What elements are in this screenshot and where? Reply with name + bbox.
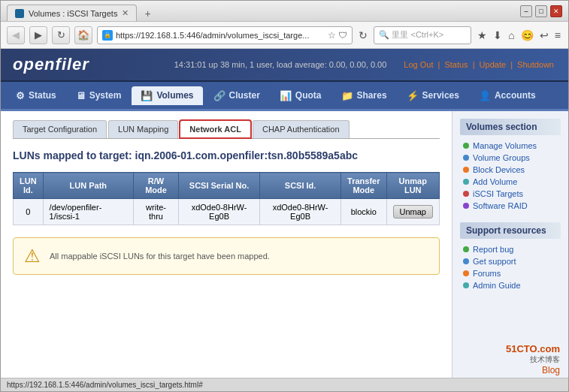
tab-favicon [15, 9, 24, 18]
target-heading: LUNs mapped to target: iqn.2006-01.com.o… [13, 149, 440, 161]
col-unmap-lun: UnmapLUN [386, 173, 439, 199]
nav-shares[interactable]: 📁 Shares [332, 86, 396, 105]
cell-lun-id: 0 [14, 199, 44, 225]
nav-volumes[interactable]: 💾 Volumes [132, 86, 202, 105]
sidebar-item-admin-guide[interactable]: Admin Guide [460, 279, 561, 291]
sidebar-item-forums[interactable]: Forums [460, 267, 561, 279]
tab-target-config-label: Target Configuration [23, 125, 97, 134]
col-scsi-id: SCSI Id. [260, 173, 341, 199]
close-button[interactable]: ✕ [550, 5, 562, 17]
report-bug-icon [463, 246, 469, 252]
refresh-button[interactable]: ↻ [52, 26, 70, 44]
nav-status[interactable]: ⚙ Status [7, 86, 65, 105]
main-nav: ⚙ Status 🖥 System 💾 Volumes 🔗 Cluster 📊 … [1, 82, 568, 109]
status-url: https://192.168.1.5:446/admin/volumes_is… [7, 381, 203, 389]
nav-services-label: Services [422, 90, 459, 101]
active-tab[interactable]: Volumes : iSCSI Targets ✕ [7, 5, 137, 21]
sidebar-item-manage-volumes[interactable]: Manage Volumes [460, 140, 561, 152]
nav-quota[interactable]: 📊 Quota [271, 86, 331, 105]
warning-text: All mappable iSCSI LUNs for this target … [50, 252, 270, 261]
table-row: 0 /dev/openfiler-1/iscsi-1 write-thru xd… [14, 199, 440, 225]
bookmark-toolbar-icon[interactable]: ★ [476, 28, 489, 43]
cluster-nav-icon: 🔗 [213, 90, 225, 101]
lun-table: LUNId. LUN Path R/WMode SCSI Serial No. … [13, 172, 440, 225]
tab-lun-mapping-label: LUN Mapping [118, 125, 168, 134]
nav-cluster[interactable]: 🔗 Cluster [204, 86, 269, 105]
nav-accounts-label: Accounts [495, 90, 536, 101]
report-bug-label: Report bug [473, 245, 513, 254]
search-box[interactable]: 🔍 里里 <Ctrl+K> [374, 26, 471, 44]
nav-services[interactable]: ⚡ Services [398, 86, 468, 105]
main-area: Target Configuration LUN Mapping Network… [1, 109, 568, 378]
unmap-button[interactable]: Unmap [393, 205, 433, 219]
quota-nav-icon: 📊 [280, 90, 292, 101]
sidebar-item-add-volume[interactable]: Add Volume [460, 176, 561, 188]
cell-rw-mode: write-thru [134, 199, 179, 225]
shutdown-link[interactable]: Shutdown [517, 60, 554, 69]
tab-chap-auth-label: CHAP Authentication [262, 125, 340, 134]
sidebar-item-get-support[interactable]: Get support [460, 255, 561, 267]
content-panel: Target Configuration LUN Mapping Network… [1, 111, 452, 378]
tab-title: Volumes : iSCSI Targets [29, 9, 117, 18]
add-volume-icon [463, 179, 469, 185]
volume-groups-icon [463, 155, 469, 161]
status-bar: https://192.168.1.5:446/admin/volumes_is… [1, 378, 568, 391]
nav-accounts[interactable]: 👤 Accounts [470, 86, 545, 105]
user-icon[interactable]: 😊 [519, 28, 535, 43]
openfiler-logo: openfiler [13, 55, 89, 74]
block-devices-icon [463, 167, 469, 173]
minimize-button[interactable]: – [520, 5, 532, 17]
update-link[interactable]: Update [480, 60, 506, 69]
cell-transfer-mode: blockio [341, 199, 386, 225]
maximize-button[interactable]: □ [535, 5, 547, 17]
col-rw-mode: R/WMode [134, 173, 179, 199]
refresh-icon[interactable]: ↻ [357, 28, 369, 43]
forward-button[interactable]: ▶ [29, 26, 47, 44]
status-link[interactable]: Status [444, 60, 468, 69]
admin-guide-icon [463, 282, 469, 288]
sidebar: Volumes section Manage Volumes Volume Gr… [452, 111, 568, 378]
sidebar-item-software-raid[interactable]: Software RAID [460, 200, 561, 212]
sidebar-item-volume-groups[interactable]: Volume Groups [460, 152, 561, 164]
sidebar-item-iscsi-targets[interactable]: iSCSI Targets [460, 188, 561, 200]
volumes-section: Volumes section Manage Volumes Volume Gr… [460, 119, 561, 212]
search-placeholder: 🔍 里里 <Ctrl+K> [379, 29, 443, 41]
undo-icon[interactable]: ↩ [538, 28, 550, 43]
bookmark-icon[interactable]: ☆ [328, 30, 336, 41]
nav-cluster-label: Cluster [229, 90, 260, 101]
forums-label: Forums [473, 269, 501, 278]
tab-network-acl[interactable]: Network ACL [180, 120, 251, 138]
download-icon[interactable]: ⬇ [492, 28, 504, 43]
col-scsi-serial: SCSI Serial No. [179, 173, 260, 199]
home-toolbar-icon[interactable]: ⌂ [507, 28, 516, 43]
forums-icon [463, 270, 469, 276]
header-links: Log Out | Status | Update | Shutdown [401, 60, 556, 69]
browser-titlebar: Volumes : iSCSI Targets ✕ + – □ ✕ [1, 1, 568, 22]
logout-link[interactable]: Log Out [404, 60, 433, 69]
back-button[interactable]: ◀ [7, 26, 25, 44]
nav-shares-label: Shares [357, 90, 387, 101]
volumes-nav-icon: 💾 [141, 90, 153, 101]
shield-icon: 🛡 [338, 30, 347, 41]
url-input[interactable]: 🔒 https://192.168.1.5:446/admin/volumes_… [97, 26, 353, 44]
tab-lun-mapping[interactable]: LUN Mapping [108, 120, 178, 138]
window-controls: – □ ✕ [520, 5, 562, 17]
shares-nav-icon: 📁 [341, 90, 353, 101]
iscsi-targets-label: iSCSI Targets [473, 189, 523, 198]
tab-chap-auth[interactable]: CHAP Authentication [253, 120, 350, 138]
iscsi-targets-icon [463, 191, 469, 197]
home-button[interactable]: 🏠 [74, 26, 92, 44]
address-bar: ◀ ▶ ↻ 🏠 🔒 https://192.168.1.5:446/admin/… [1, 22, 568, 49]
sidebar-item-report-bug[interactable]: Report bug [460, 243, 561, 255]
sidebar-item-block-devices[interactable]: Block Devices [460, 164, 561, 176]
manage-volumes-icon [463, 143, 469, 149]
support-section-heading: Support resources [460, 222, 561, 239]
nav-system[interactable]: 🖥 System [67, 86, 131, 105]
tab-close-btn[interactable]: ✕ [122, 8, 129, 18]
tab-target-configuration[interactable]: Target Configuration [13, 120, 107, 138]
new-tab-button[interactable]: + [140, 6, 155, 21]
cell-scsi-id: xdOde0-8HrW-Eg0B [260, 199, 341, 225]
warning-box: ⚠ All mappable iSCSI LUNs for this targe… [13, 237, 440, 275]
settings-icon[interactable]: ≡ [553, 28, 562, 43]
nav-system-label: System [89, 90, 122, 101]
